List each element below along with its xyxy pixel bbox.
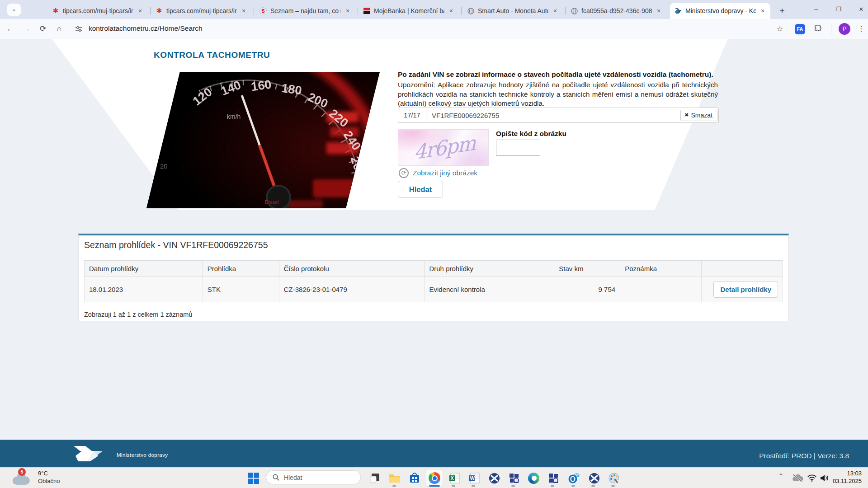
results-table: Datum prohlídky Prohlídka Číslo protokol…: [84, 260, 783, 302]
browser-menu-kebab-icon[interactable]: ⋮: [855, 23, 867, 35]
tab-tipcars-2[interactable]: ✱ tipcars.com/muj-tipcars/inzerce ✕: [151, 3, 251, 19]
captcha-label: Opište kód z obrázku: [496, 130, 566, 138]
tab-close-icon[interactable]: ✕: [240, 7, 248, 15]
chrome-icon[interactable]: [428, 472, 441, 484]
svg-text:X: X: [451, 475, 454, 481]
file-explorer-icon[interactable]: [388, 472, 401, 484]
col-prohlidka[interactable]: Prohlídka: [203, 261, 279, 277]
tipcars-favicon-icon: ✱: [156, 7, 163, 14]
vin-input[interactable]: [426, 112, 679, 119]
tab-smartauto[interactable]: Smart Auto - Moneta Auto ✕: [462, 3, 563, 19]
cell-datum: 18.01.2023: [85, 277, 203, 302]
app-blue-x-icon[interactable]: [488, 472, 500, 484]
intro-paragraph: Upozornění: Aplikace zobrazuje hodnoty z…: [398, 80, 718, 108]
app-blue-pixel-icon[interactable]: [508, 472, 520, 484]
weather-alert-badge: 5: [18, 468, 26, 476]
windows-start-button[interactable]: [247, 472, 259, 484]
excel-icon[interactable]: X: [448, 472, 461, 484]
bookmark-star-icon[interactable]: ☆: [774, 23, 786, 35]
weather-temperature[interactable]: 9°C: [38, 470, 48, 477]
kb-favicon-icon: [363, 7, 370, 14]
tab-ministerstvo-active[interactable]: Ministerstvo dopravy - Kontrola ✕: [670, 3, 770, 19]
wifi-icon[interactable]: [806, 472, 818, 484]
captcha-input[interactable]: [496, 140, 540, 156]
new-tab-button[interactable]: +: [776, 5, 788, 17]
col-druh[interactable]: Druh prohlídky: [425, 261, 554, 277]
tab-tipcars-1[interactable]: ✱ tipcars.com/muj-tipcars/inzerce ✕: [47, 3, 148, 19]
detail-prohlidky-button[interactable]: Detail prohlídky: [713, 281, 778, 298]
weather-condition[interactable]: Oblačno: [38, 478, 60, 484]
window-restore-button[interactable]: ❐: [832, 4, 845, 15]
gauge-number: 160: [250, 77, 273, 94]
captcha-refresh-link[interactable]: Zobrazit jiný obrázek: [413, 169, 477, 177]
vin-counter: 17/17: [398, 108, 426, 122]
clear-vin-button[interactable]: ✖ Smazat: [680, 110, 717, 121]
gauge-number: 180: [281, 81, 303, 98]
tab-close-icon[interactable]: ✕: [759, 7, 767, 15]
edge-icon[interactable]: [527, 472, 540, 484]
tab-search-button[interactable]: ⌄: [7, 4, 21, 16]
cell-poznamka: [620, 277, 702, 302]
captcha-refresh-icon[interactable]: ⟳: [399, 168, 409, 178]
tab-close-icon[interactable]: ✕: [344, 7, 352, 15]
home-button-icon[interactable]: ⌂: [53, 23, 65, 35]
col-datum[interactable]: Datum prohlídky: [85, 261, 203, 277]
back-button-icon[interactable]: ←: [5, 23, 16, 35]
running-indicator: [571, 485, 575, 487]
reload-button-icon[interactable]: ⟳: [37, 23, 49, 35]
running-indicator: [452, 485, 455, 487]
tab-close-icon[interactable]: ✕: [655, 7, 663, 15]
word-icon[interactable]: W: [468, 472, 481, 484]
table-header-row: Datum prohlídky Prohlídka Číslo protokol…: [85, 261, 783, 277]
microsoft-store-icon[interactable]: [408, 472, 421, 484]
clear-x-icon: ✖: [684, 112, 689, 118]
cell-protokol: CZ-3826-23-01-0479: [279, 277, 425, 302]
tab-title: Ministerstvo dopravy - Kontrola: [685, 7, 756, 14]
col-stav-km[interactable]: Stav km: [554, 261, 620, 277]
seznam-favicon-icon: S: [259, 7, 267, 14]
cell-druh: Evidencní kontrola: [425, 277, 554, 302]
address-bar[interactable]: kontrolatachometru.cz/Home/Search: [89, 24, 203, 33]
tab-close-icon[interactable]: ✕: [447, 7, 455, 15]
app-blue-x-icon-2[interactable]: [588, 472, 600, 484]
chrome-running-indicator: [429, 485, 440, 487]
tab-title: tipcars.com/muj-tipcars/inzerce: [166, 7, 237, 14]
task-view-icon[interactable]: [368, 472, 381, 484]
search-submit-button[interactable]: Hledat: [398, 181, 443, 198]
gauge-unit-label: km/h: [227, 113, 241, 120]
site-settings-icon[interactable]: [75, 26, 82, 34]
clock-time[interactable]: 13:03: [821, 470, 862, 477]
toolbar-divider: [831, 24, 831, 34]
tray-chevron-icon[interactable]: ⌃: [778, 473, 783, 479]
extensions-puzzle-icon[interactable]: [814, 25, 822, 35]
running-indicator: [392, 485, 396, 487]
cell-prohlidka: STK: [203, 277, 279, 302]
col-protokol[interactable]: Číslo protokolu: [279, 261, 425, 277]
outlook-icon[interactable]: [568, 472, 580, 484]
forward-button-icon[interactable]: →: [21, 23, 33, 35]
footer-environment-version: Prostředí: PROD | Verze: 3.8: [759, 452, 849, 460]
profile-avatar[interactable]: P: [839, 23, 850, 35]
tab-close-icon[interactable]: ✕: [551, 7, 559, 15]
paint-icon[interactable]: [608, 472, 620, 484]
tab-title: Seznam – najdu tam, co neznám: [270, 7, 341, 14]
ministerstvo-favicon-icon: [675, 7, 682, 14]
tab-close-icon[interactable]: ✕: [136, 7, 144, 15]
gauge-diesel-lamp: Diesel: [265, 199, 279, 205]
tab-mojebanka[interactable]: MojeBanka | Komerční banka ✕: [359, 3, 459, 19]
running-indicator: [472, 485, 475, 487]
window-close-button[interactable]: ✕: [854, 4, 868, 15]
tab-title: tipcars.com/muj-tipcars/inzerce: [63, 7, 133, 14]
col-poznamka[interactable]: Poznámka: [620, 261, 702, 277]
col-actions: [702, 261, 783, 277]
fa-extension-icon[interactable]: FA: [795, 24, 805, 34]
clock-date[interactable]: 03.11.2025: [821, 478, 862, 484]
tab-fca[interactable]: fca0955a-d952-436c-908e-0a5 ✕: [566, 3, 666, 19]
search-icon: [273, 474, 279, 481]
taskbar-search-box[interactable]: Hledat: [266, 470, 361, 484]
onedrive-paused-icon[interactable]: [791, 472, 804, 484]
app-blue-pixel-icon-2[interactable]: [547, 472, 560, 484]
results-title: Seznam prohlídek - VIN VF1RFE00069226755: [84, 240, 268, 250]
window-minimize-button[interactable]: –: [809, 4, 823, 15]
tab-seznam[interactable]: S Seznam – najdu tam, co neznám ✕: [255, 3, 355, 19]
